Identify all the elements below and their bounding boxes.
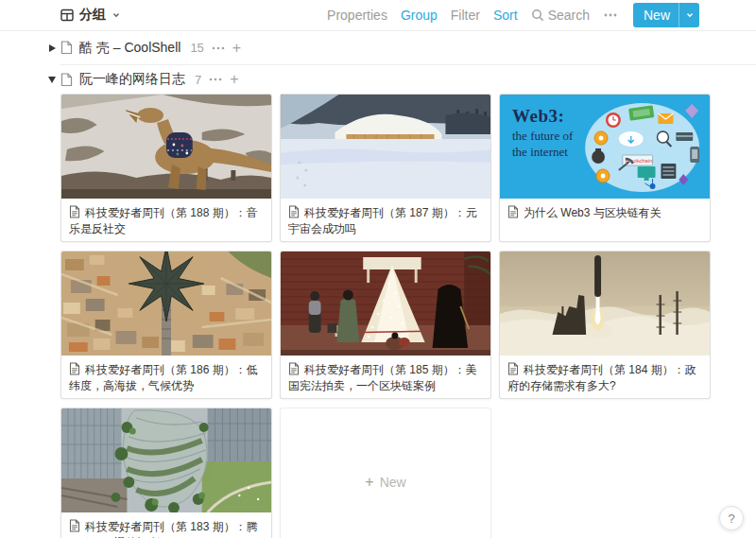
card-title: 科技爱好者周刊（第 184 期）：政府的存储需求有多大? — [500, 356, 710, 394]
gallery-card[interactable]: 科技爱好者周刊（第 184 期）：政府的存储需求有多大? — [499, 251, 711, 399]
page-icon — [60, 41, 73, 55]
cover-trex-museum — [61, 95, 271, 199]
gallery-card[interactable]: 科技爱好者周刊（第 185 期）：美国宪法拍卖，一个区块链案例 — [280, 251, 491, 399]
new-card-label: New — [380, 475, 406, 490]
cover-rocket-launch — [500, 252, 710, 356]
document-icon — [288, 362, 300, 375]
help-button[interactable]: ? — [719, 506, 744, 530]
card-title: 为什么 Web3 与区块链有关 — [500, 199, 710, 221]
document-icon — [69, 362, 80, 375]
group-add-button[interactable]: + — [232, 41, 241, 56]
group-collapse-toggle[interactable] — [46, 74, 58, 85]
help-label: ? — [728, 512, 734, 526]
card-title: 科技爱好者周刊（第 186 期）：低纬度，高海拔，气候优势 — [61, 356, 271, 394]
chevron-down-icon — [685, 10, 695, 20]
view-toolbar: 分组 Properties Group Filter Sort Search N… — [0, 0, 756, 31]
triangle-right-icon — [49, 44, 56, 52]
new-button[interactable]: New — [633, 3, 699, 27]
cover-snow-dome-building — [281, 95, 490, 199]
new-dropdown-button[interactable] — [679, 3, 699, 27]
group-expand-toggle[interactable] — [46, 43, 58, 54]
more-icon — [211, 42, 226, 55]
plus-icon: + — [365, 475, 373, 490]
gallery-new-card-button[interactable]: + New — [280, 408, 491, 538]
view-name: 分组 — [79, 7, 106, 24]
group-count: 15 — [190, 41, 203, 55]
group-row-coolshell: 酷 壳 – CoolShell 15 + — [60, 31, 756, 65]
gallery-card[interactable]: 科技爱好者周刊（第 188 期）：音乐是反社交 — [60, 94, 272, 242]
cover-spiral-glass-tower — [61, 408, 271, 512]
search-icon — [531, 9, 544, 22]
properties-button[interactable]: Properties — [327, 8, 387, 23]
document-icon — [288, 205, 300, 218]
document-icon — [69, 519, 80, 532]
toolbar-actions: Properties Group Filter Sort Search New — [327, 3, 699, 27]
gallery-card[interactable]: Blockchain Web3: the future of the inter… — [499, 94, 711, 242]
search-button[interactable]: Search — [531, 8, 590, 23]
more-icon[interactable] — [603, 9, 618, 22]
group-row-ruanyifeng: 阮一峰的网络日志 7 + — [60, 65, 756, 94]
group-more-button[interactable] — [211, 42, 226, 55]
cover-illuminated-tent-night — [281, 252, 490, 356]
search-label: Search — [548, 8, 590, 23]
gallery-card[interactable]: 科技爱好者周刊（第 187 期）：元宇宙会成功吗 — [280, 94, 491, 242]
filter-button[interactable]: Filter — [451, 8, 480, 23]
sort-button[interactable]: Sort — [493, 8, 518, 23]
card-title: 科技爱好者周刊（第 188 期）：音乐是反社交 — [61, 199, 271, 237]
group-button[interactable]: Group — [401, 8, 438, 23]
triangle-down-icon — [48, 77, 56, 83]
card-title: 科技爱好者周刊（第 187 期）：元宇宙会成功吗 — [281, 199, 490, 237]
more-icon — [208, 73, 223, 86]
group-add-button[interactable]: + — [230, 72, 238, 87]
group-count: 7 — [195, 73, 201, 87]
chevron-down-icon — [112, 10, 121, 20]
gallery-grid: 科技爱好者周刊（第 188 期）：音乐是反社交 — [60, 94, 756, 538]
page-icon — [60, 73, 73, 87]
group-name: 酷 壳 – CoolShell — [79, 40, 180, 57]
card-title: 科技爱好者周刊（第 183 期）：腾讯的员工退休福利 — [61, 512, 271, 538]
new-button-label: New — [633, 3, 679, 27]
group-more-button[interactable] — [208, 73, 223, 86]
view-switcher[interactable]: 分组 — [60, 7, 121, 24]
document-icon — [507, 205, 519, 218]
document-icon — [69, 205, 80, 218]
table-view-icon — [60, 9, 74, 22]
gallery-card[interactable]: 科技爱好者周刊（第 186 期）：低纬度，高海拔，气候优势 — [60, 251, 272, 399]
group-name: 阮一峰的网络日志 — [79, 71, 185, 88]
plus-icon: + — [230, 72, 238, 87]
card-title: 科技爱好者周刊（第 185 期）：美国宪法拍卖，一个区块链案例 — [281, 356, 490, 394]
plus-icon: + — [232, 41, 241, 56]
cover-web3-infographic: Blockchain Web3: the future of the inter… — [500, 95, 710, 199]
gallery-card[interactable]: 科技爱好者周刊（第 183 期）：腾讯的员工退休福利 — [60, 408, 272, 538]
cover-glass-star-cityscape — [61, 252, 271, 356]
document-icon — [507, 362, 519, 375]
